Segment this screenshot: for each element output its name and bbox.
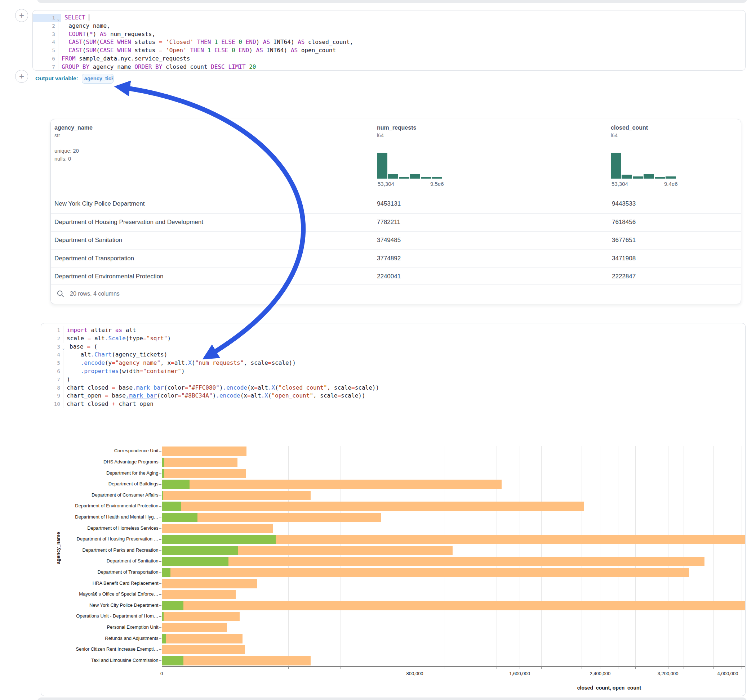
bar-closed_count <box>162 579 257 588</box>
gridline <box>652 446 652 666</box>
text-cursor <box>89 14 89 21</box>
table-row[interactable]: Department of Transportation377489234719… <box>51 249 741 268</box>
x-axis-tick <box>162 667 162 669</box>
bar-closed_count <box>162 480 502 489</box>
line-number: 1⌄ <box>33 14 61 22</box>
y-axis-label: Department of Buildings <box>1 481 159 486</box>
column-stats: unique: 20nulls: 0 <box>54 147 92 163</box>
add-cell-button-top[interactable]: + <box>15 9 28 22</box>
column-header-agency_name[interactable]: agency_namestrunique: 20nulls: 0 <box>54 125 92 163</box>
code-line[interactable]: 7) <box>41 376 744 384</box>
y-axis-label: Department for the Aging <box>1 471 159 476</box>
table-footer: 20 rows, 4 columns <box>51 284 741 304</box>
code-line[interactable]: 3⌄base = ( <box>41 343 744 351</box>
code-line[interactable]: 5 .encode(y="agency_name", x=alt.X("num_… <box>41 359 744 367</box>
bar-open_count <box>162 535 276 544</box>
gridline <box>496 446 497 666</box>
row-column-count: 20 rows, 4 columns <box>70 291 119 297</box>
bar-closed_count <box>162 634 242 643</box>
code-line[interactable]: 3 COUNT(*) AS num_requests, <box>33 30 744 39</box>
code-line[interactable]: 6 .properties(width="container") <box>41 367 744 376</box>
altair-bar-chart: Correspondence UnitDHS Advantage Program… <box>41 443 745 695</box>
line-number: 1 <box>41 326 64 335</box>
bar-open_count <box>162 612 164 621</box>
python-code-editor[interactable]: 1import altair as alt2scale = alt.Scale(… <box>41 326 744 408</box>
line-number: 7 <box>41 376 64 384</box>
bar-closed_count <box>162 557 705 566</box>
y-axis-tick <box>159 473 162 474</box>
gridline <box>683 446 684 666</box>
column-name: agency_name <box>54 125 92 131</box>
python-cell[interactable]: 1import altair as alt2scale = alt.Scale(… <box>41 323 745 696</box>
bar-closed_count <box>162 590 236 599</box>
code-text: chart_closed = base.mark_bar(color="#FFC… <box>64 384 379 392</box>
output-variable-label: Output variable: <box>35 75 78 82</box>
bar-open_count <box>162 491 163 500</box>
y-axis-tick <box>159 484 162 485</box>
line-number: 10 <box>41 400 64 408</box>
add-cell-button-below[interactable]: + <box>15 70 28 83</box>
code-text: FROM sample_data.nyc.service_requests <box>58 55 190 63</box>
x-axis-tick <box>472 667 472 669</box>
line-number: 3⌄ <box>41 343 66 351</box>
code-text: agency_name, <box>58 22 110 30</box>
y-axis-label: Department of Sanitation <box>1 558 159 564</box>
bar-open_count <box>162 601 184 610</box>
bar-closed_count <box>162 623 227 632</box>
code-line[interactable]: 2 agency_name, <box>33 22 744 30</box>
table-row[interactable]: Department of Environmental Protection22… <box>51 267 741 286</box>
code-line[interactable]: 6FROM sample_data.nyc.service_requests <box>33 55 744 63</box>
y-axis-label: Department of Health and Mental Hyg… <box>1 514 159 520</box>
column-type: i64 <box>611 133 648 138</box>
bar-closed_count <box>162 447 247 456</box>
bar-closed_count <box>162 458 238 467</box>
search-icon[interactable] <box>57 290 65 298</box>
table-row[interactable]: Department of Sanitation37494853677651 <box>51 231 741 249</box>
bar-open_count <box>162 568 171 577</box>
y-axis-label: DHS Advantage Programs <box>1 459 159 465</box>
y-axis-tick <box>159 649 162 650</box>
code-line[interactable]: 2scale = alt.Scale(type="sqrt") <box>41 335 744 343</box>
y-axis-label: HRA Benefit Card Replacement <box>1 581 159 586</box>
histogram-bar <box>432 177 442 179</box>
output-variable-pill[interactable]: agency_tickets <box>82 74 113 83</box>
code-line[interactable]: 4 alt.Chart(agency_tickets) <box>41 351 744 359</box>
y-axis-tick <box>159 594 162 595</box>
y-axis-tick <box>159 550 162 551</box>
sql-code-editor[interactable]: 1⌄SELECT 2 agency_name,3 COUNT(*) AS num… <box>33 14 744 71</box>
table-row[interactable]: Department of Housing Preservation and D… <box>51 213 741 232</box>
code-text: SELECT <box>61 14 89 22</box>
y-axis-title: agency_name <box>56 525 61 564</box>
table-row[interactable]: New York City Police Department945313194… <box>51 195 741 213</box>
gridline <box>541 446 541 666</box>
sql-cell[interactable]: 1⌄SELECT 2 agency_name,3 COUNT(*) AS num… <box>32 10 745 71</box>
x-axis-tick <box>520 667 520 669</box>
x-axis-tick <box>728 667 728 669</box>
code-line[interactable]: 8chart_closed = base.mark_bar(color="#FF… <box>41 384 744 392</box>
line-number: 2 <box>41 335 64 343</box>
histogram-bar <box>410 174 420 179</box>
code-line[interactable]: 10chart_closed + chart_open <box>41 400 744 408</box>
table-body: New York City Police Department945313194… <box>51 195 741 286</box>
bar-closed_count <box>162 491 311 500</box>
line-number: 6 <box>33 55 58 63</box>
y-axis-tick <box>159 528 162 529</box>
code-line[interactable]: 7GROUP BY agency_name ORDER BY closed_co… <box>33 63 744 71</box>
code-text: CAST(SUM(CASE WHEN status = 'Closed' THE… <box>58 38 353 47</box>
gridline <box>415 446 415 666</box>
y-axis-tick <box>159 661 162 661</box>
code-line[interactable]: 5 CAST(SUM(CASE WHEN status = 'Open' THE… <box>33 47 744 55</box>
x-axis-tick <box>742 667 742 669</box>
code-line[interactable]: 1import altair as alt <box>41 326 744 335</box>
gridline <box>635 446 636 666</box>
column-header-num_requests[interactable]: num_requestsi6453,3049.5e6 <box>377 125 416 138</box>
column-header-closed_count[interactable]: closed_counti6453,3049.4e6 <box>611 125 648 138</box>
code-line[interactable]: 4 CAST(SUM(CASE WHEN status = 'Closed' T… <box>33 38 744 47</box>
bar-closed_count <box>162 502 584 511</box>
x-axis-tick-label: 0 <box>140 671 183 676</box>
y-axis-label: Department of Homeless Services <box>1 526 159 531</box>
bar-open_count <box>162 469 165 478</box>
code-line[interactable]: 1⌄SELECT <box>33 14 744 22</box>
code-line[interactable]: 9chart_open = base.mark_bar(color="#8BC3… <box>41 392 744 400</box>
dataframe-preview-panel: agency_namestrunique: 20nulls: 0num_requ… <box>50 119 741 304</box>
